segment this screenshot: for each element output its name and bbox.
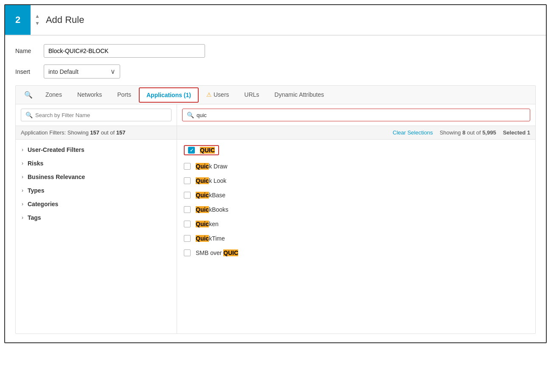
- filters-showing-count: 157: [90, 129, 99, 136]
- expand-arrow-icon: ›: [22, 215, 23, 221]
- down-arrow-icon[interactable]: ▼: [35, 20, 40, 27]
- app-label-quick-draw: Quick Draw: [196, 163, 228, 170]
- left-panel: 🔍 Application Filters: Showing 157 out o…: [16, 104, 177, 333]
- app-label-quickbooks: QuickBooks: [196, 206, 228, 213]
- expand-arrow-icon: ›: [22, 147, 23, 153]
- right-search-wrapper[interactable]: 🔍: [182, 109, 530, 121]
- page-title: Add Rule: [44, 14, 84, 25]
- filter-search-icon: 🔍: [25, 112, 33, 118]
- name-label: Name: [15, 48, 39, 54]
- filters-info-bar: Application Filters: Showing 157 out of …: [16, 126, 177, 140]
- filter-item-categories[interactable]: › Categories: [16, 197, 177, 211]
- showing-text: Showing 8 out of 5,995: [440, 129, 496, 136]
- filter-search-input[interactable]: [35, 112, 167, 118]
- tab-search-icon[interactable]: 🔍: [19, 91, 38, 99]
- tab-applications[interactable]: Applications (1): [139, 87, 199, 103]
- right-info-bar: Clear Selections Showing 8 out of 5,995 …: [177, 126, 535, 140]
- filter-item-tags[interactable]: › Tags: [16, 211, 177, 224]
- filter-list: › User-Created Filters › Risks › Busines…: [16, 140, 177, 228]
- app-label-quicktime: QuickTime: [196, 235, 225, 242]
- app-item-quicktime[interactable]: QuickTime: [177, 231, 535, 246]
- tab-zones[interactable]: Zones: [38, 86, 70, 104]
- name-input[interactable]: [44, 44, 205, 58]
- right-panel: 🔍 Clear Selections Showing 8 out of 5,99…: [177, 104, 535, 333]
- app-item-quicken[interactable]: Quicken: [177, 217, 535, 231]
- app-list: QUIC Quick Draw Quick Look: [177, 140, 535, 262]
- main-container: 2 ▲ ▼ Add Rule Name Insert into Default …: [4, 4, 547, 343]
- checkbox-quicktime[interactable]: [184, 235, 191, 242]
- app-label-quick-look: Quick Look: [196, 177, 226, 184]
- step-number: 2: [5, 5, 31, 35]
- insert-dropdown[interactable]: into Default ∨: [44, 64, 120, 78]
- app-item-quick-look[interactable]: Quick Look: [177, 174, 535, 188]
- clear-selections-button[interactable]: Clear Selections: [393, 129, 433, 136]
- filters-total-count: 157: [116, 129, 126, 136]
- right-showing-count: 8: [462, 129, 465, 136]
- up-arrow-icon[interactable]: ▲: [35, 13, 40, 20]
- checkbox-quickbooks[interactable]: [184, 206, 191, 213]
- app-label-quicken: Quicken: [196, 221, 219, 227]
- filter-search-bar: 🔍: [16, 104, 177, 126]
- chevron-down-icon: ∨: [110, 67, 115, 76]
- app-label-quic: QUIC: [200, 147, 215, 154]
- filter-item-risks[interactable]: › Risks: [16, 157, 177, 170]
- tab-networks[interactable]: Networks: [70, 86, 110, 104]
- header-bar: 2 ▲ ▼ Add Rule: [5, 5, 546, 36]
- filter-item-types[interactable]: › Types: [16, 184, 177, 197]
- insert-row: Insert into Default ∨: [15, 64, 536, 78]
- nav-arrows[interactable]: ▲ ▼: [31, 13, 44, 27]
- checkbox-quick-look[interactable]: [184, 177, 191, 184]
- panels-row: 🔍 Application Filters: Showing 157 out o…: [16, 104, 535, 333]
- app-label-quickbase: QuickBase: [196, 192, 225, 199]
- checkbox-quick-draw[interactable]: [184, 163, 191, 170]
- right-search-bar: 🔍: [177, 104, 535, 126]
- checkbox-smb-over-quic[interactable]: [184, 249, 191, 256]
- expand-arrow-icon: ›: [22, 201, 23, 207]
- filter-item-user-created[interactable]: › User-Created Filters: [16, 143, 177, 157]
- tabs-bar: 🔍 Zones Networks Ports Applications (1) …: [16, 86, 535, 104]
- insert-label: Insert: [15, 68, 39, 75]
- tab-dynamic-attributes[interactable]: Dynamic Attributes: [267, 86, 332, 104]
- insert-value: into Default: [48, 68, 107, 75]
- tab-urls[interactable]: URLs: [237, 86, 267, 104]
- app-search-input[interactable]: [197, 112, 526, 118]
- right-search-icon: 🔍: [187, 112, 194, 118]
- app-item-quickbase[interactable]: QuickBase: [177, 188, 535, 202]
- tab-ports[interactable]: Ports: [110, 86, 139, 104]
- name-row: Name: [15, 44, 536, 58]
- selected-count-value: 1: [527, 129, 530, 136]
- expand-arrow-icon: ›: [22, 160, 23, 166]
- app-item-quickbooks[interactable]: QuickBooks: [177, 202, 535, 217]
- tab-users[interactable]: ⚠Users: [199, 86, 237, 104]
- right-total-count: 5,995: [482, 129, 496, 136]
- app-label-smb-over-quic: SMB over QUIC: [196, 249, 238, 256]
- checkbox-quic[interactable]: [188, 147, 195, 154]
- app-item-smb-over-quic[interactable]: SMB over QUIC: [177, 246, 535, 260]
- expand-arrow-icon: ›: [22, 174, 23, 180]
- selected-count-badge: Selected 1: [503, 129, 530, 136]
- app-item-quic[interactable]: QUIC: [177, 141, 535, 159]
- expand-arrow-icon: ›: [22, 188, 23, 193]
- warning-icon: ⚠: [206, 91, 212, 98]
- filter-search-wrapper[interactable]: 🔍: [21, 109, 171, 121]
- checkbox-quickbase[interactable]: [184, 192, 191, 199]
- body-area: Name Insert into Default ∨ 🔍 Zones Netwo…: [5, 36, 546, 342]
- filter-item-business-relevance[interactable]: › Business Relevance: [16, 170, 177, 184]
- tabs-container: 🔍 Zones Networks Ports Applications (1) …: [15, 85, 536, 334]
- app-item-quick-draw[interactable]: Quick Draw: [177, 159, 535, 174]
- checkbox-quicken[interactable]: [184, 221, 191, 227]
